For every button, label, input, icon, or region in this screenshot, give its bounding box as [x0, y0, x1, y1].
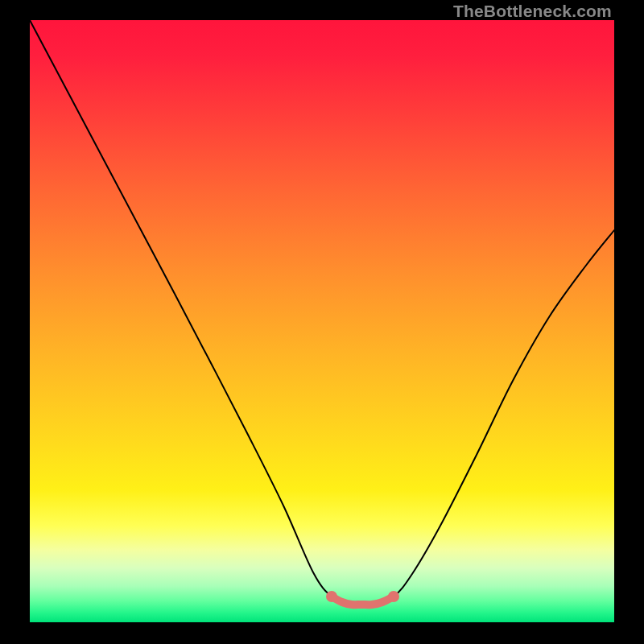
watermark-text: TheBottleneck.com — [453, 2, 612, 21]
flat-region-marker — [388, 591, 399, 602]
flat-region-segment — [332, 597, 394, 605]
flat-region-marker — [326, 591, 337, 602]
bottleneck-curve — [30, 20, 614, 622]
chart-frame: TheBottleneck.com — [0, 0, 644, 644]
plot-area — [30, 20, 614, 622]
